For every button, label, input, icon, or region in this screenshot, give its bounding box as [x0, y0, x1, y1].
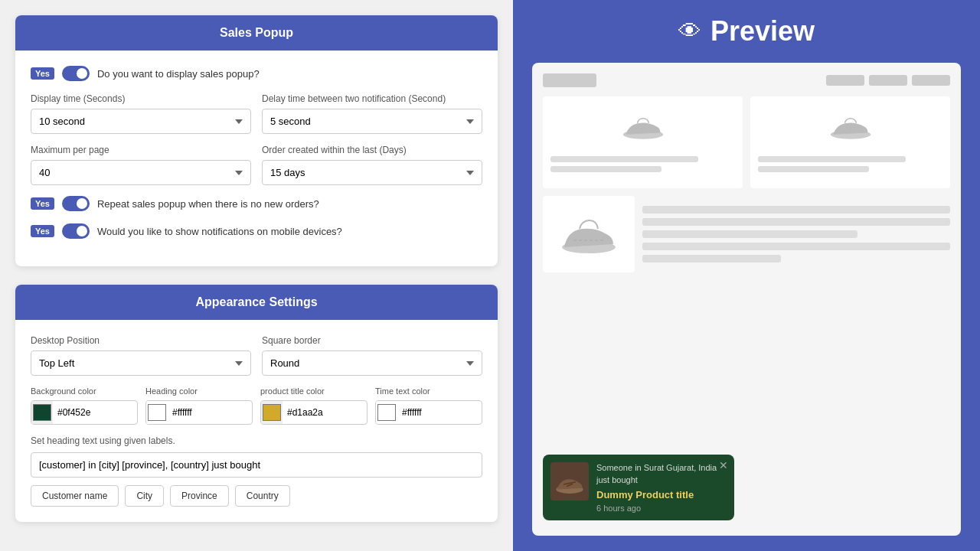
mobile-toggle-row: Yes Would you like to show notifications… [31, 223, 482, 239]
notification-content: Someone in Surat Gujarat, India just bou… [596, 462, 727, 513]
browser-bar [543, 73, 950, 87]
shoe-icon-1 [620, 112, 666, 142]
shoe-icon-2 [828, 112, 874, 142]
preview-title: Preview [710, 15, 815, 47]
detail-line [642, 230, 858, 238]
product-title-color-swatch[interactable] [261, 401, 283, 424]
label-input[interactable] [31, 452, 482, 478]
display-popup-yes-badge: Yes [31, 67, 54, 80]
product-title-color-input-row [260, 400, 368, 425]
browser-nav-item-3 [912, 75, 950, 86]
product-img-1 [616, 104, 670, 150]
notification-product-image [550, 462, 589, 500]
heading-color-text[interactable] [168, 407, 252, 418]
notification-product-title: Dummy Product title [596, 489, 727, 500]
detail-line [642, 243, 950, 250]
product-title-color-group: product title color [260, 386, 368, 425]
product-card-2 [750, 96, 950, 188]
display-time-group: Display time (Seconds) 10 second [31, 93, 251, 134]
bg-color-input-row [31, 400, 138, 425]
preview-window: Someone in Surat Gujarat, India just bou… [532, 63, 961, 536]
appearance-card: Appearance Settings Desktop Position Top… [15, 285, 498, 522]
mobile-toggle[interactable] [62, 223, 90, 239]
tag-province-button[interactable]: Province [170, 485, 229, 507]
browser-nav-item-2 [869, 75, 907, 86]
max-per-page-select[interactable]: 40 [31, 160, 251, 185]
tag-city-button[interactable]: City [125, 485, 164, 507]
browser-tab [543, 73, 596, 87]
product-line [758, 166, 869, 172]
detail-line [642, 218, 950, 226]
sandal-icon [554, 466, 585, 497]
square-border-group: Square border Round [262, 335, 482, 376]
repeat-toggle[interactable] [62, 196, 90, 211]
bottom-product-img [543, 196, 635, 272]
repeat-yes-badge: Yes [31, 197, 54, 210]
notification-text: Someone in Surat Gujarat, India just bou… [596, 462, 727, 486]
notification-close-icon[interactable]: ✕ [719, 459, 728, 471]
tag-buttons-row: Customer name City Province Country [31, 485, 482, 507]
appearance-header: Appearance Settings [15, 285, 498, 320]
max-per-page-group: Maximum per page 40 [31, 145, 251, 185]
time-settings-grid: Display time (Seconds) 10 second Delay t… [31, 93, 482, 134]
product-lines-2 [758, 156, 942, 176]
bg-color-group: Background color [31, 386, 138, 425]
time-text-color-group: Time text color [375, 386, 482, 425]
product-lines-1 [550, 156, 735, 176]
display-time-select[interactable]: 10 second [31, 109, 251, 134]
product-line [550, 156, 698, 162]
time-text-color-label: Time text color [375, 386, 482, 396]
detail-line [642, 255, 781, 262]
desktop-position-group: Desktop Position Top Left [31, 335, 251, 376]
appearance-body: Desktop Position Top Left Square border … [15, 320, 498, 522]
mobile-yes-badge: Yes [31, 225, 54, 237]
display-popup-label: Do you want to display sales popup? [97, 68, 260, 80]
browser-nav [826, 75, 950, 86]
right-panel: 👁 Preview [513, 0, 980, 551]
eye-icon: 👁 [678, 18, 701, 44]
shoe-icon-3 [558, 214, 619, 256]
tag-country-button[interactable]: Country [235, 485, 290, 507]
sales-popup-title: Sales Popup [220, 26, 293, 39]
heading-color-swatch[interactable] [146, 401, 168, 424]
display-time-label: Display time (Seconds) [31, 93, 251, 104]
heading-color-label: Heading color [145, 386, 253, 396]
bg-color-swatch[interactable] [31, 401, 53, 424]
desktop-position-select[interactable]: Top Left [31, 350, 251, 376]
position-border-grid: Desktop Position Top Left Square border … [31, 335, 482, 376]
order-created-group: Order created within the last (Days) 15 … [262, 145, 482, 185]
sales-popup-header: Sales Popup [15, 15, 498, 51]
appearance-title: Appearance Settings [195, 295, 317, 308]
square-border-select[interactable]: Round [262, 350, 482, 376]
heading-color-input-row [145, 400, 253, 425]
bg-color-label: Background color [31, 386, 138, 396]
tag-customer-name-button[interactable]: Customer name [31, 485, 119, 507]
time-text-color-input-row [375, 400, 482, 425]
product-line [758, 156, 906, 162]
display-popup-toggle-row: Yes Do you want to display sales popup? [31, 66, 482, 81]
sales-popup-card: Sales Popup Yes Do you want to display s… [15, 15, 498, 266]
browser-nav-item-1 [826, 75, 864, 86]
heading-color-group: Heading color [145, 386, 253, 425]
notification-time: 6 hours ago [596, 504, 727, 513]
order-created-label: Order created within the last (Days) [262, 145, 482, 155]
delay-time-group: Delay time between two notification (Sec… [262, 93, 482, 134]
product-line [550, 166, 662, 172]
square-border-label: Square border [262, 335, 482, 346]
display-popup-toggle[interactable] [62, 66, 90, 81]
detail-line [642, 206, 950, 214]
repeat-toggle-row: Yes Repeat sales popup when there is no … [31, 196, 482, 211]
delay-time-select[interactable]: 5 second [262, 109, 482, 134]
bg-color-text[interactable] [53, 407, 137, 418]
product-grid-top [543, 96, 950, 188]
sales-popup-body: Yes Do you want to display sales popup? … [15, 51, 498, 266]
product-title-color-text[interactable] [283, 407, 367, 418]
bottom-product-row [543, 196, 950, 272]
time-text-color-text[interactable] [397, 407, 482, 418]
label-hint: Set heading text using given labels. [31, 435, 482, 446]
time-text-color-swatch[interactable] [376, 401, 397, 424]
order-created-select[interactable]: 15 days [262, 160, 482, 185]
delay-time-label: Delay time between two notification (Sec… [262, 93, 482, 104]
page-order-grid: Maximum per page 40 Order created within… [31, 145, 482, 185]
repeat-label: Repeat sales popup when there is no new … [97, 198, 319, 210]
